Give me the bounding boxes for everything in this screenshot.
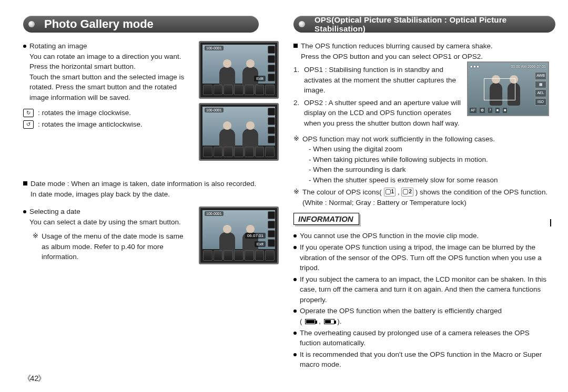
info-5: It is recommended that you don't use the… xyxy=(300,349,549,370)
ops1-icon: 1 xyxy=(384,188,396,197)
left-column: Photo Gallery mode Rotating an image You… xyxy=(23,16,279,371)
bullet-icon xyxy=(293,332,297,335)
datemode-line2: In date mode, images play back by the da… xyxy=(31,190,170,198)
camera-thumbs: 100-0001 Edit 100-0001 xyxy=(199,41,279,165)
selecting-p1: You can select a date by using the smart… xyxy=(29,218,181,226)
osd-date: 06.07.01 xyxy=(245,233,266,239)
camera-screenshot-2: 100-0001 xyxy=(199,103,279,161)
info-4: The overheating caused by prolonged use … xyxy=(300,328,549,348)
left-header-title: Photo Gallery mode xyxy=(44,17,154,31)
rotating-p1: You can rotate an image to a direction y… xyxy=(29,53,181,60)
osd-af: AF xyxy=(470,108,476,113)
camera-screenshot-1: 100-0001 Edit xyxy=(199,41,279,99)
battery-full-icon xyxy=(305,319,316,324)
af-frame-icon xyxy=(484,78,515,100)
osd-time: 00:00 AM 2006.07.01 xyxy=(511,64,546,70)
bullet-icon xyxy=(293,234,297,238)
note-star-icon: ※ xyxy=(33,231,38,262)
selecting-title: Selecting a date xyxy=(29,208,80,215)
info-1: If you operate OPS function using a trip… xyxy=(300,242,549,273)
rotate-cw-icon: ↻ xyxy=(23,109,34,117)
battery-two-thirds-icon xyxy=(324,319,334,324)
rotate-ccw-icon: ↺ xyxy=(23,120,34,129)
information-title: INFORMATION xyxy=(293,213,359,225)
ops-camera-screenshot: ■ ■ ■00:00 AM 2006.07.01 AWB ▦ AEL ISO A… xyxy=(467,61,549,116)
osd-exit: Exit xyxy=(255,241,266,247)
rotate-cw-text: : rotates the image clockwise. xyxy=(38,108,131,118)
ops2-text: OPS2 : A shutter speed and an aperture v… xyxy=(304,98,462,129)
right-header-title: OPS(Optical Picture Stabilisation : Opti… xyxy=(315,15,547,33)
osd-awb: AWB xyxy=(535,72,546,80)
header-dot-icon xyxy=(299,21,305,27)
osd-edit: Edit xyxy=(254,76,266,81)
ops-case-0: When using the digital zoom xyxy=(309,144,498,154)
rotate-ccw-text: : rotates the image anticlockwise. xyxy=(38,119,143,130)
bullet-icon xyxy=(293,353,297,356)
ops2-icon: 2 xyxy=(401,188,413,197)
osd-folder-2: 100-0001 xyxy=(205,108,224,112)
square-bullet-icon xyxy=(23,181,27,185)
page-number: 42 xyxy=(23,374,46,384)
ops-intro1: The OPS function reduces blurring caused… xyxy=(301,42,493,50)
info-3: Operate the OPS function when the batter… xyxy=(300,307,502,315)
ops1-num: 1. xyxy=(293,65,301,96)
ops-intro2: Press the OPS button and you can select … xyxy=(301,53,483,60)
right-header: OPS(Optical Picture Stabilisation : Opti… xyxy=(293,16,549,35)
ops2-num: 2. xyxy=(293,98,301,129)
rotating-p2: Press the horizontal smart button. xyxy=(29,63,136,70)
selecting-note: Usage of the menu of the date mode is sa… xyxy=(42,231,192,262)
info-2: If you subject the camera to an impact, … xyxy=(300,274,549,305)
bullet-icon xyxy=(293,246,297,249)
bullet-icon xyxy=(23,210,26,213)
datemode-line1: Date mode : When an image is taken, date… xyxy=(31,180,256,188)
left-header: Photo Gallery mode xyxy=(23,16,279,35)
bullet-icon xyxy=(293,310,297,313)
osd-ael: AEL xyxy=(535,89,546,97)
osd-folder-3: 100-0001 xyxy=(205,211,224,216)
bullet-icon xyxy=(293,278,297,281)
ops-star2a: The colour of OPS icons( xyxy=(302,188,382,196)
camera-screenshot-3: 100-0001 06.07.01 Exit xyxy=(199,207,279,264)
ops-case-3: When the shutter speed is extremely slow… xyxy=(309,175,498,185)
information-header: INFORMATION xyxy=(293,213,549,226)
ops-star1: OPS function may not work sufficiently i… xyxy=(302,135,495,143)
rotating-title: Rotating an image xyxy=(29,42,87,50)
ops-case-1: When taking pictures while following sub… xyxy=(309,154,498,165)
note-star-icon: ※ xyxy=(293,187,299,208)
osd-folder: 100-0001 xyxy=(205,46,224,50)
osd-iso: ISO xyxy=(535,98,546,106)
ops1-text: OPS1 : Stabilising function is in standb… xyxy=(304,65,462,96)
ops-case-2: When the surrounding is dark xyxy=(309,164,498,175)
right-column: OPS(Optical Picture Stabilisation : Opti… xyxy=(293,16,549,371)
info-0: You cannot use the OPS function in the m… xyxy=(300,231,479,241)
bullet-icon xyxy=(23,45,26,48)
rotating-p3: Touch the smart button and the selected … xyxy=(29,73,184,101)
header-dot-icon xyxy=(28,21,35,27)
osd-num: 7 xyxy=(488,108,492,113)
square-bullet-icon xyxy=(293,44,298,48)
manual-page: Photo Gallery mode Rotating an image You… xyxy=(0,0,568,392)
note-star-icon: ※ xyxy=(293,134,299,185)
